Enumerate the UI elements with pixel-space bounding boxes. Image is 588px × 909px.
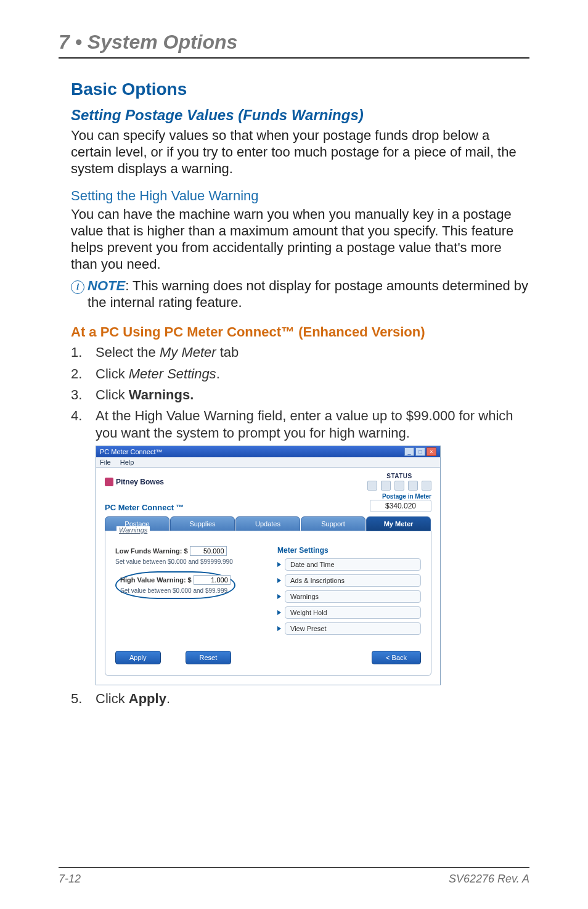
step-2-post: .	[216, 366, 220, 381]
menu-file[interactable]: File	[100, 459, 111, 466]
reset-button[interactable]: Reset	[186, 651, 232, 664]
step-1-em: My Meter	[160, 344, 216, 360]
step-5-pre: Click	[96, 691, 129, 706]
low-funds-input[interactable]	[190, 546, 227, 556]
step-3-pre: Click	[96, 387, 129, 402]
footer-page-number: 7-12	[59, 873, 81, 886]
footer-doc-id: SV62276 Rev. A	[449, 873, 529, 886]
product-name: PC Meter Connect ™	[105, 503, 184, 512]
back-button[interactable]: < Back	[372, 651, 421, 664]
step-3-strong: Warnings.	[129, 387, 194, 402]
product-row: PC Meter Connect ™ Postage in Meter $340…	[96, 492, 440, 516]
status-area: STATUS	[367, 473, 431, 491]
high-value-input[interactable]	[194, 575, 231, 585]
panel-buttons: Apply Reset < Back	[115, 651, 421, 664]
status-icon-2	[381, 481, 391, 491]
status-icons	[367, 481, 431, 491]
left-column: Low Funds Warning: $ Set value between $…	[115, 546, 259, 638]
heading-high-value-warning: Setting the High Value Warning	[71, 188, 529, 204]
pim-value-box: $340.020	[370, 500, 431, 512]
tab-support[interactable]: Support	[301, 516, 365, 531]
header-rule	[59, 57, 529, 59]
panel-title: Warnings	[116, 526, 150, 534]
ms-item-ads: Ads & Inscriptions	[277, 574, 421, 587]
status-icon-1	[367, 481, 377, 491]
heading-setting-postage-values: Setting Postage Values (Funds Warnings)	[71, 107, 529, 124]
high-value-hint: Set value between $0.000 and $99.999	[120, 587, 231, 594]
ms-btn-weight-hold[interactable]: Weight Hold	[285, 606, 421, 619]
titlebar: PC Meter Connect™ _ □ ×	[96, 446, 440, 457]
note-body: : This warning does not display for post…	[88, 278, 528, 310]
tab-supplies[interactable]: Supplies	[170, 516, 235, 531]
maximize-button[interactable]: □	[415, 447, 425, 456]
step-2-pre: Click	[96, 366, 129, 381]
steps-list: Select the My Meter tab Click Meter Sett…	[71, 344, 529, 442]
heading-pc-connect: At a PC Using PC Meter Connect™ (Enhance…	[71, 324, 529, 340]
window-buttons: _ □ ×	[404, 447, 436, 456]
chevron-right-icon	[277, 562, 281, 567]
chevron-right-icon	[277, 594, 281, 599]
step-1-post: tab	[216, 344, 239, 360]
ms-btn-warnings[interactable]: Warnings	[285, 590, 421, 603]
note-label: NOTE	[88, 278, 125, 293]
app-header: Pitney Bowes STATUS	[96, 468, 440, 492]
low-funds-label: Low Funds Warning: $	[115, 547, 188, 555]
chevron-right-icon	[277, 610, 281, 615]
low-funds-hint: Set value between $0.000 and $99999.990	[115, 558, 259, 565]
high-value-paragraph: You can have the machine warn you when y…	[71, 206, 529, 272]
chapter-title: 7 • System Options	[59, 31, 529, 54]
brand-name: Pitney Bowes	[116, 478, 164, 486]
ms-btn-view-preset[interactable]: View Preset	[285, 622, 421, 635]
high-value-label: High Value Warning: $	[120, 576, 192, 584]
tab-panel-warnings: Warnings Low Funds Warning: $ Set value …	[105, 531, 431, 676]
ms-item-date-time: Date and Time	[277, 558, 421, 571]
right-column: Meter Settings Date and Time Ads & Inscr…	[277, 546, 421, 638]
step-5: Click Apply.	[71, 690, 529, 707]
step-1-pre: Select the	[96, 344, 160, 360]
close-button[interactable]: ×	[427, 447, 436, 456]
menu-help[interactable]: Help	[120, 459, 134, 466]
brand-logo-icon	[105, 478, 113, 486]
ms-item-view-preset: View Preset	[277, 622, 421, 635]
status-icon-4	[408, 481, 418, 491]
step-1: Select the My Meter tab	[71, 344, 529, 361]
high-value-row: High Value Warning: $	[120, 575, 231, 585]
pim-label: Postage in Meter	[370, 493, 431, 500]
tab-updates[interactable]: Updates	[235, 516, 300, 531]
window-title: PC Meter Connect™	[100, 448, 162, 455]
pim-value: $340.020	[385, 502, 416, 510]
status-label: STATUS	[367, 473, 431, 479]
note-block: i NOTE: This warning does not display fo…	[71, 278, 529, 311]
meter-settings-title: Meter Settings	[277, 546, 421, 555]
ms-btn-ads[interactable]: Ads & Inscriptions	[285, 574, 421, 587]
ms-item-weight-hold: Weight Hold	[277, 606, 421, 619]
heading-basic-options: Basic Options	[71, 79, 529, 99]
step-5-strong: Apply	[129, 691, 166, 706]
low-funds-row: Low Funds Warning: $	[115, 546, 259, 556]
note-text: NOTE: This warning does not display for …	[88, 278, 529, 311]
high-value-callout: High Value Warning: $ Set value between …	[115, 571, 235, 599]
step-5-post: .	[166, 691, 170, 706]
step-2: Click Meter Settings.	[71, 365, 529, 383]
chevron-right-icon	[277, 578, 281, 583]
tab-my-meter[interactable]: My Meter	[366, 516, 431, 531]
postage-in-meter: Postage in Meter $340.020	[370, 493, 431, 512]
apply-button[interactable]: Apply	[115, 651, 161, 664]
status-icon-3	[394, 481, 404, 491]
steps-list-continued: Click Apply.	[71, 690, 529, 707]
intro-paragraph: You can specify values so that when your…	[71, 128, 529, 177]
step-3: Click Warnings.	[71, 386, 529, 404]
step-4: At the High Value Warning field, enter a…	[71, 407, 529, 442]
status-icon-5	[422, 481, 431, 491]
menubar: File Help	[96, 457, 440, 468]
minimize-button[interactable]: _	[404, 447, 414, 456]
page-footer: 7-12 SV62276 Rev. A	[59, 867, 529, 886]
app-window: PC Meter Connect™ _ □ × File Help Pitney…	[96, 446, 441, 685]
ms-item-warnings: Warnings	[277, 590, 421, 603]
brand: Pitney Bowes	[105, 473, 164, 491]
info-icon: i	[71, 280, 84, 294]
step-2-em: Meter Settings	[129, 366, 216, 381]
chevron-right-icon	[277, 626, 281, 631]
ms-btn-date-time[interactable]: Date and Time	[285, 558, 421, 571]
